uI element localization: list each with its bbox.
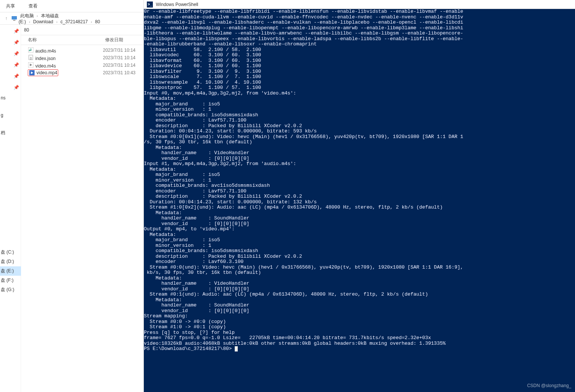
ribbon-share[interactable]: 共享 <box>3 2 18 11</box>
powershell-window: >_ Windows PowerShell 0r --enable-libfre… <box>144 0 575 392</box>
file-icon <box>29 70 35 76</box>
pin-icon: 📌 <box>14 74 19 79</box>
ps-title-bar[interactable]: >_ Windows PowerShell <box>144 0 575 9</box>
file-date: 2023/7/31 10:14 <box>103 55 136 60</box>
drive-item[interactable]: 盘 (E:) <box>0 266 21 276</box>
file-row[interactable]: {}index.json2023/7/31 10:14 <box>21 54 143 62</box>
col-name-header[interactable]: 名称 <box>21 37 105 43</box>
file-icon <box>28 47 34 53</box>
file-list: audio.m4s2023/7/31 10:14{}index.json2023… <box>21 45 143 392</box>
ps-output: 0r --enable-libfreetype --enable-libfrib… <box>144 9 575 346</box>
ps-prompt[interactable]: PS E:\Download\c_372148217\80> <box>144 346 575 352</box>
file-pane: 80 名称 修改日期 audio.m4s2023/7/31 10:14{}ind… <box>21 25 143 392</box>
nav-up-icon[interactable]: ↑ <box>3 15 10 22</box>
file-date: 2023/7/31 10:14 <box>103 63 136 68</box>
file-name: audio.m4s <box>35 48 56 54</box>
chevron-right-icon: › <box>56 20 57 24</box>
pinned-item[interactable]: 📌 <box>0 73 21 80</box>
file-date: 2023/7/31 10:14 <box>103 48 136 53</box>
pinned-item[interactable]: 📌 <box>0 28 21 35</box>
file-row[interactable]: video.mp42023/7/31 10:43 <box>21 69 143 77</box>
folder-name: 80 <box>24 27 29 33</box>
breadcrumb-item[interactable]: 80 <box>94 18 101 25</box>
pinned-item[interactable]: 📌 <box>0 39 21 46</box>
pin-icon: 📌 <box>14 29 19 34</box>
file-row[interactable]: audio.m4s2023/7/31 10:14 <box>21 47 143 54</box>
sidebar-label: 档 <box>0 130 21 136</box>
file-name: video.m4s <box>35 63 56 69</box>
breadcrumb-item[interactable]: c_372148217 <box>59 18 89 25</box>
svg-rect-1 <box>13 20 15 21</box>
drive-list: 盘 (C:)盘 (D:)盘 (E:)盘 (F:)盘 (G:) <box>0 248 21 294</box>
file-date: 2023/7/31 10:43 <box>103 70 136 75</box>
file-icon <box>28 62 34 68</box>
powershell-icon: >_ <box>147 2 153 8</box>
chevron-right-icon: › <box>37 14 38 18</box>
breadcrumb-item[interactable]: Download <box>32 18 54 25</box>
svg-text:{}: {} <box>30 57 32 60</box>
ribbon-view[interactable]: 查看 <box>26 2 41 11</box>
column-headers[interactable]: 名称 修改日期 <box>21 35 143 45</box>
sidebar-label: g <box>0 113 21 118</box>
drive-item[interactable]: 盘 (G:) <box>0 285 21 294</box>
ps-title-text: Windows PowerShell <box>156 2 198 7</box>
file-icon: {} <box>28 54 34 60</box>
breadcrumb-item[interactable]: 此电脑 <box>19 12 35 19</box>
file-row[interactable]: video.m4s2023/7/31 10:14 <box>21 62 143 69</box>
file-name: index.json <box>35 56 56 61</box>
sidebar-label: ns <box>0 95 21 101</box>
chevron-right-icon: › <box>29 20 30 24</box>
file-explorer: 共享 查看 ↑ 此电脑›本地磁盘 (E:)›Download›c_3721482… <box>0 0 144 392</box>
nav-pane: 📌 📌 📌 📌 📌 📌 ns g 档 <box>0 25 21 392</box>
pin-icon: 📌 <box>14 62 19 68</box>
pinned-item[interactable]: 📌 <box>0 62 21 68</box>
drive-item[interactable]: 盘 (C:) <box>0 248 21 257</box>
watermark: CSDN @slongzhang_ <box>527 383 571 388</box>
drive-item[interactable]: 盘 (F:) <box>0 276 21 285</box>
pinned-item[interactable]: 📌 <box>0 50 21 57</box>
svg-rect-0 <box>12 16 17 20</box>
chevron-right-icon: › <box>91 20 92 24</box>
pin-icon: 📌 <box>14 40 19 45</box>
ribbon: 共享 查看 <box>0 0 143 12</box>
pinned-item[interactable]: 📌 <box>0 84 21 91</box>
pin-icon: 📌 <box>14 51 19 56</box>
col-date-header[interactable]: 修改日期 <box>105 37 143 43</box>
address-bar[interactable]: ↑ 此电脑›本地磁盘 (E:)›Download›c_372148217›80 <box>0 12 143 25</box>
cursor <box>235 346 238 351</box>
ps-console[interactable]: 0r --enable-libfreetype --enable-libfrib… <box>144 9 575 392</box>
file-name: video.mp4 <box>36 70 57 75</box>
drive-item[interactable]: 盘 (D:) <box>0 257 21 266</box>
pc-icon <box>11 15 17 21</box>
pin-icon: 📌 <box>14 85 19 90</box>
